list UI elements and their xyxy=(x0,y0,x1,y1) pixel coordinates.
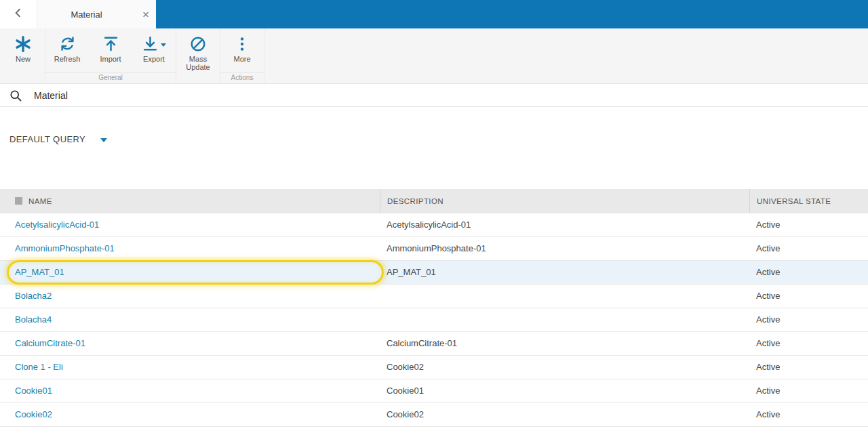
material-link[interactable]: Bolacha2 xyxy=(15,291,52,301)
ribbon-group-general: RefreshImportExportGeneral xyxy=(45,28,176,83)
ribbon-button-mass-update[interactable]: Mass Update xyxy=(176,28,220,72)
column-header-label: UNIVERSAL STATE xyxy=(757,197,831,205)
table-header: NAME DESCRIPTION UNIVERSAL STATE xyxy=(0,189,868,213)
table-body: AcetylsalicylicAcid-01AcetylsalicylicAci… xyxy=(0,213,868,427)
cell-universal-state: Active xyxy=(749,332,868,355)
ribbon-group-label xyxy=(1,72,45,83)
material-link[interactable]: AP_MAT_01 xyxy=(15,267,64,277)
dropdown-caret-icon[interactable] xyxy=(161,43,166,47)
table-row[interactable]: AmmoniumPhosphate-01AmmoniumPhosphate-01… xyxy=(0,237,868,261)
column-header-label: NAME xyxy=(28,197,52,205)
query-selector[interactable]: DEFAULT QUERY xyxy=(9,133,107,146)
ribbon-button-label: Mass Update xyxy=(176,55,220,71)
ribbon-button-export[interactable]: Export xyxy=(132,28,176,72)
export-icon xyxy=(142,35,166,53)
cell-name: AcetylsalicylicAcid-01 xyxy=(0,213,380,236)
table-row[interactable]: Cookie01Cookie01Active xyxy=(0,379,868,403)
table-row[interactable]: Bolacha4Active xyxy=(0,308,868,332)
ribbon-button-import[interactable]: Import xyxy=(89,28,132,72)
material-link[interactable]: Cookie02 xyxy=(15,409,52,419)
material-link[interactable]: Cookie01 xyxy=(15,386,52,396)
tab-material[interactable]: Material × xyxy=(37,0,156,28)
materials-table: NAME DESCRIPTION UNIVERSAL STATE Acetyls… xyxy=(0,189,868,427)
cell-name: Clone 1 - Eli xyxy=(0,356,380,379)
cell-name: Cookie01 xyxy=(0,379,380,402)
ribbon-button-more[interactable]: More xyxy=(220,28,264,72)
back-button[interactable] xyxy=(0,0,37,28)
cell-description: Cookie02 xyxy=(380,403,749,426)
material-link[interactable]: AmmoniumPhosphate-01 xyxy=(15,243,115,253)
cell-name: AP_MAT_01 xyxy=(0,261,380,284)
asterisk-icon xyxy=(14,35,32,53)
table-row[interactable]: Clone 1 - EliCookie02Active xyxy=(0,356,868,379)
tab-bar: Material × xyxy=(0,0,868,28)
cell-universal-state: Active xyxy=(749,308,868,331)
cell-universal-state: Active xyxy=(749,379,868,402)
cell-name: Bolacha2 xyxy=(0,285,380,308)
table-row[interactable]: AcetylsalicylicAcid-01AcetylsalicylicAci… xyxy=(0,213,868,237)
table-row[interactable]: Bolacha2Active xyxy=(0,285,868,308)
cell-universal-state: Active xyxy=(749,261,868,284)
ribbon-group-label xyxy=(176,72,220,83)
search-input[interactable] xyxy=(33,89,304,102)
column-header-description[interactable]: DESCRIPTION xyxy=(380,189,749,213)
cell-name: CalciumCitrate-01 xyxy=(0,332,380,355)
material-link[interactable]: CalciumCitrate-01 xyxy=(15,338,85,348)
cell-description: CalciumCitrate-01 xyxy=(380,332,749,355)
cell-universal-state: Active xyxy=(749,237,868,260)
query-label: DEFAULT QUERY xyxy=(9,134,85,144)
ribbon-button-label: New xyxy=(16,55,31,63)
tab-strip: Material × xyxy=(0,0,156,28)
search-icon[interactable] xyxy=(9,89,22,102)
cell-description xyxy=(380,285,749,308)
cell-description xyxy=(380,308,749,331)
more-icon xyxy=(233,35,251,53)
content: DEFAULT QUERY NAME DESCRIPTION UNIVERSAL… xyxy=(0,107,868,427)
chevron-left-icon xyxy=(12,7,24,22)
cell-name: Cookie02 xyxy=(0,403,380,426)
search-row xyxy=(0,84,868,107)
chevron-down-icon xyxy=(100,138,107,142)
ribbon-button-label: More xyxy=(233,55,250,63)
title-bar-fill xyxy=(156,0,868,28)
tab-title: Material xyxy=(37,9,136,20)
ribbon-button-label: Refresh xyxy=(54,55,81,63)
ribbon-button-label: Export xyxy=(143,55,165,63)
cell-name: AmmoniumPhosphate-01 xyxy=(0,237,380,260)
ribbon-button-label: Import xyxy=(100,55,121,63)
mass-update-icon xyxy=(189,35,207,53)
cell-description: AmmoniumPhosphate-01 xyxy=(380,237,749,260)
cell-universal-state: Active xyxy=(749,356,868,379)
column-header-label: DESCRIPTION xyxy=(387,197,443,205)
ribbon-button-new[interactable]: New xyxy=(1,28,45,72)
cell-description: AP_MAT_01 xyxy=(380,261,749,284)
material-link[interactable]: AcetylsalicylicAcid-01 xyxy=(15,220,99,230)
ribbon-group-label: General xyxy=(45,72,176,83)
ribbon-group-actions: MoreActions xyxy=(220,28,264,83)
ribbon-group: New xyxy=(1,28,45,83)
table-row[interactable]: Cookie02Cookie02Active xyxy=(0,403,868,427)
table-row[interactable]: AP_MAT_01AP_MAT_01Active xyxy=(0,261,868,285)
material-link[interactable]: Bolacha4 xyxy=(15,314,52,325)
ribbon-group-label: Actions xyxy=(220,72,264,83)
cell-description: Cookie01 xyxy=(380,379,749,402)
select-all-checkbox-icon[interactable] xyxy=(15,197,22,205)
cell-name: Bolacha4 xyxy=(0,308,380,331)
column-header-name[interactable]: NAME xyxy=(0,189,380,213)
cell-description: AcetylsalicylicAcid-01 xyxy=(380,213,749,236)
cell-description: Cookie02 xyxy=(380,356,749,379)
refresh-icon xyxy=(59,35,76,53)
column-header-universal-state[interactable]: UNIVERSAL STATE xyxy=(749,189,868,213)
cell-universal-state: Active xyxy=(749,285,868,308)
import-icon xyxy=(102,35,119,53)
ribbon-group: Mass Update xyxy=(176,28,220,83)
cell-universal-state: Active xyxy=(749,403,868,426)
close-icon[interactable]: × xyxy=(136,9,156,20)
ribbon: NewRefreshImportExportGeneralMass Update… xyxy=(0,28,868,84)
cell-universal-state: Active xyxy=(749,213,868,236)
material-link[interactable]: Clone 1 - Eli xyxy=(15,362,63,372)
table-row[interactable]: CalciumCitrate-01CalciumCitrate-01Active xyxy=(0,332,868,356)
ribbon-button-refresh[interactable]: Refresh xyxy=(45,28,89,72)
